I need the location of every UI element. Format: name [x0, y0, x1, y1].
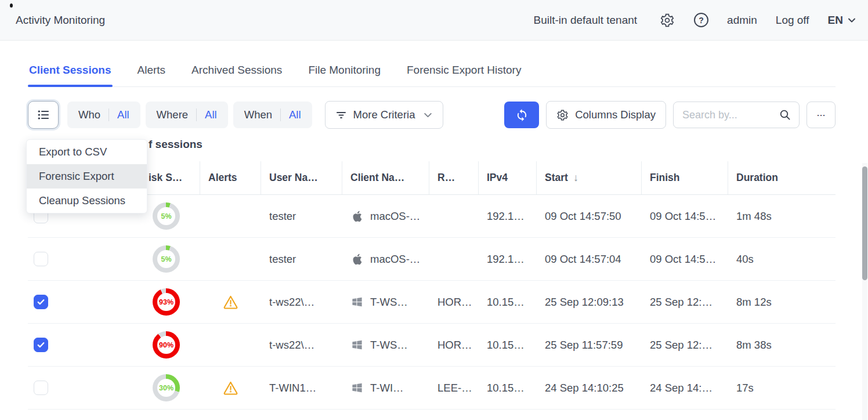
- scrollbar-thumb[interactable]: [862, 166, 867, 280]
- start-cell: 09 Oct 14:57:04: [537, 238, 642, 280]
- duration-cell: 1m 48s: [728, 195, 836, 237]
- remote-cell: [429, 238, 479, 280]
- column-ipv4[interactable]: IPv4: [479, 161, 537, 194]
- check-icon: [37, 341, 45, 349]
- logoff-button[interactable]: Log off: [776, 14, 809, 27]
- search-icon: [779, 108, 791, 121]
- remote-cell: HOR…: [429, 324, 479, 366]
- alerts-cell: [200, 324, 261, 366]
- help-icon[interactable]: ?: [694, 13, 708, 27]
- user-name: t-ws22\…: [269, 296, 314, 309]
- client-name-cell: T-WS…: [342, 324, 429, 366]
- alerts-cell: [200, 238, 261, 280]
- client-name: macOS-…: [370, 253, 420, 266]
- duration-cell: 8m 38s: [728, 324, 836, 366]
- row-checkbox[interactable]: [34, 252, 48, 266]
- sessions-count-label: f sessions: [149, 138, 202, 151]
- ipv4-cell: 10.15…: [479, 281, 537, 323]
- gear-icon[interactable]: [659, 12, 675, 28]
- column-client-name[interactable]: Client Na…: [342, 161, 429, 194]
- row-checkbox[interactable]: [34, 295, 48, 309]
- remote-cell: HOR…: [429, 281, 479, 323]
- refresh-button[interactable]: [504, 102, 539, 128]
- finish-cell: 25 Sep 12:…: [642, 281, 728, 323]
- row-checkbox[interactable]: [34, 381, 48, 395]
- column-alerts[interactable]: Alerts: [200, 161, 261, 194]
- column-user-name[interactable]: User Na…: [261, 161, 342, 194]
- filter-when-value[interactable]: All: [289, 108, 301, 121]
- table-row[interactable]: 5% tester macOS-: [28, 238, 836, 281]
- search-input[interactable]: [682, 109, 779, 121]
- windows-icon: [350, 338, 364, 352]
- tab-archived-sessions[interactable]: Archived Sessions: [190, 64, 283, 86]
- divider: [280, 108, 281, 121]
- filter-who-value[interactable]: All: [117, 108, 129, 121]
- columns-display-button[interactable]: Columns Display: [546, 101, 666, 129]
- table-row[interactable]: 93% t-ws22\… T-W: [28, 281, 836, 324]
- topbar-right: Built-in default tenant ? admin Log off …: [534, 12, 856, 28]
- column-duration[interactable]: Duration: [728, 161, 836, 194]
- ipv4-value: 192.1…: [487, 253, 525, 266]
- tab-forensic-export-history[interactable]: Forensic Export History: [406, 64, 522, 86]
- language-selector[interactable]: EN: [828, 14, 856, 27]
- tab-file-monitoring[interactable]: File Monitoring: [307, 64, 382, 86]
- user-name-cell: t-ws22\…: [261, 324, 342, 366]
- client-name-cell: macOS-…: [342, 195, 429, 237]
- apple-icon: [350, 252, 364, 266]
- menu-item-export-csv[interactable]: Export to CSV: [27, 140, 147, 164]
- filter-who[interactable]: Who All: [67, 102, 140, 128]
- risk-donut: 5%: [153, 202, 180, 230]
- more-criteria-button[interactable]: More Criteria: [325, 101, 444, 129]
- sort-desc-icon[interactable]: ↓: [573, 172, 578, 184]
- page-title: Activity Monitoring: [16, 14, 105, 27]
- start-value: 25 Sep 12:09:13: [545, 296, 624, 309]
- bulk-actions-button[interactable]: [28, 101, 59, 129]
- user-menu[interactable]: admin: [727, 14, 757, 27]
- risk-donut: 90%: [153, 331, 180, 359]
- ipv4-value: 192.1…: [487, 210, 525, 223]
- column-start[interactable]: Start↓: [537, 161, 642, 194]
- duration-cell: 40s: [728, 238, 836, 280]
- finish-cell: 09 Oct 14:5…: [642, 238, 728, 280]
- select-cell: [28, 281, 145, 323]
- risk-score-cell: 90%: [145, 324, 200, 366]
- divider: [108, 108, 109, 121]
- remote-name: HOR…: [437, 296, 472, 309]
- duration-value: 8m 38s: [736, 339, 772, 352]
- select-cell: [28, 367, 145, 409]
- menu-item-forensic-export[interactable]: Forensic Export: [27, 164, 147, 189]
- row-checkbox[interactable]: [34, 338, 48, 352]
- column-remote[interactable]: R…: [429, 161, 479, 194]
- label-row: f sessions: [28, 129, 836, 161]
- risk-score-cell: 5%: [145, 238, 200, 280]
- finish-cell: 25 Sep 12:…: [642, 324, 728, 366]
- table-row[interactable]: 30% T-WIN1… T-WI: [28, 367, 836, 410]
- table-row[interactable]: 5% tester macOS-: [28, 195, 836, 238]
- finish-value: 09 Oct 14:5…: [650, 253, 716, 266]
- remote-cell: LEE-…: [429, 367, 479, 409]
- user-name: t-ws22\…: [269, 339, 314, 352]
- tab-client-sessions[interactable]: Client Sessions: [28, 64, 113, 86]
- filter-where-value[interactable]: All: [205, 108, 217, 121]
- user-name-cell: t-ws22\…: [261, 281, 342, 323]
- client-name-cell: T-WI…: [342, 367, 429, 409]
- start-value: 25 Sep 11:57:59: [545, 339, 623, 352]
- tab-alerts[interactable]: Alerts: [136, 64, 167, 86]
- bulk-actions-menu: Export to CSV Forensic Export Cleanup Se…: [26, 139, 147, 213]
- client-name: T-WS…: [370, 296, 408, 309]
- column-risk-score[interactable]: isk S…: [145, 161, 200, 194]
- remote-name: LEE-…: [437, 382, 472, 394]
- filter-where[interactable]: Where All: [146, 102, 228, 128]
- column-finish[interactable]: Finish: [642, 161, 728, 194]
- risk-label: 5%: [161, 212, 171, 220]
- filter-when[interactable]: When All: [233, 102, 312, 128]
- client-name: T-WS…: [370, 339, 408, 352]
- risk-donut: 5%: [153, 245, 180, 273]
- start-cell: 25 Sep 11:57:59: [537, 324, 642, 366]
- menu-item-cleanup-sessions[interactable]: Cleanup Sessions: [27, 189, 147, 213]
- risk-score-cell: 93%: [145, 281, 200, 323]
- table-row[interactable]: 90% t-ws22\… T-W: [28, 324, 836, 367]
- alerts-cell: [200, 367, 261, 409]
- sessions-table: isk S… Alerts User Na… Client Na… R… IPv…: [28, 161, 836, 410]
- more-actions-button[interactable]: ...: [806, 102, 836, 128]
